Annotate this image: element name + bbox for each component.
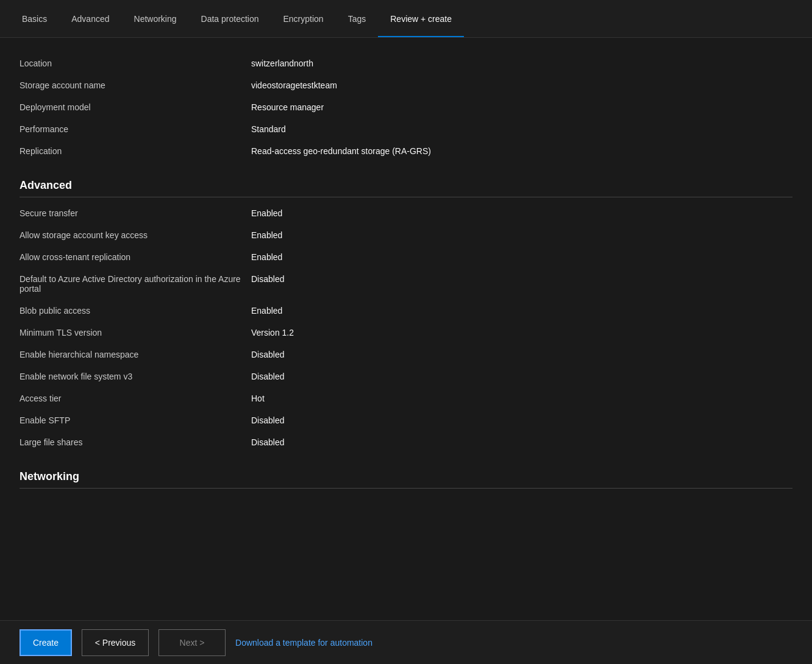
tab-data-protection[interactable]: Data protection bbox=[189, 0, 271, 37]
tab-encryption[interactable]: Encryption bbox=[271, 0, 336, 37]
create-button[interactable]: Create bbox=[20, 629, 72, 656]
basics-row-label: Replication bbox=[20, 146, 251, 156]
next-button[interactable]: Next > bbox=[158, 629, 226, 656]
advanced-row: Minimum TLS versionVersion 1.2 bbox=[20, 322, 792, 344]
advanced-row-value: Disabled bbox=[251, 274, 284, 284]
advanced-row-label: Enable network file system v3 bbox=[20, 372, 251, 381]
advanced-row-label: Secure transfer bbox=[20, 208, 251, 218]
advanced-row-value: Enabled bbox=[251, 306, 282, 316]
advanced-row-value: Hot bbox=[251, 394, 265, 403]
advanced-row: Access tierHot bbox=[20, 387, 792, 409]
advanced-row: Large file sharesDisabled bbox=[20, 431, 792, 453]
footer-bar: Create < Previous Next > Download a temp… bbox=[0, 620, 812, 664]
advanced-row: Enable network file system v3Disabled bbox=[20, 366, 792, 387]
advanced-row-label: Minimum TLS version bbox=[20, 328, 251, 337]
advanced-row: Allow storage account key accessEnabled bbox=[20, 224, 792, 246]
basics-row: ReplicationRead-access geo-redundant sto… bbox=[20, 140, 792, 162]
advanced-row-value: Disabled bbox=[251, 415, 284, 425]
advanced-row-value: Version 1.2 bbox=[251, 328, 294, 337]
basics-row-label: Storage account name bbox=[20, 80, 251, 90]
advanced-row: Secure transferEnabled bbox=[20, 202, 792, 224]
advanced-row-value: Enabled bbox=[251, 208, 282, 218]
tab-tags[interactable]: Tags bbox=[336, 0, 379, 37]
advanced-row: Enable hierarchical namespaceDisabled bbox=[20, 344, 792, 366]
basics-section: LocationswitzerlandnorthStorage account … bbox=[20, 52, 792, 162]
advanced-section: Advanced Secure transferEnabledAllow sto… bbox=[20, 179, 792, 453]
advanced-row: Blob public accessEnabled bbox=[20, 300, 792, 322]
advanced-row: Default to Azure Active Directory author… bbox=[20, 268, 792, 300]
previous-button[interactable]: < Previous bbox=[82, 629, 149, 656]
basics-row-value: videostoragetestkteam bbox=[251, 80, 337, 90]
basics-row: PerformanceStandard bbox=[20, 118, 792, 140]
basics-row-value: switzerlandnorth bbox=[251, 58, 313, 68]
advanced-row-label: Enable hierarchical namespace bbox=[20, 350, 251, 359]
advanced-row-value: Disabled bbox=[251, 437, 284, 447]
basics-row: Locationswitzerlandnorth bbox=[20, 52, 792, 74]
advanced-row-value: Enabled bbox=[251, 252, 282, 262]
advanced-row-label: Allow cross-tenant replication bbox=[20, 252, 251, 262]
basics-row-value: Standard bbox=[251, 124, 286, 134]
basics-row-label: Location bbox=[20, 58, 251, 68]
tab-bar: BasicsAdvancedNetworkingData protectionE… bbox=[0, 0, 812, 38]
advanced-row: Enable SFTPDisabled bbox=[20, 409, 792, 431]
advanced-row-label: Default to Azure Active Directory author… bbox=[20, 274, 251, 294]
advanced-row-value: Disabled bbox=[251, 372, 284, 381]
advanced-row-label: Blob public access bbox=[20, 306, 251, 316]
main-content: LocationswitzerlandnorthStorage account … bbox=[0, 38, 812, 554]
networking-section: Networking bbox=[20, 470, 792, 489]
basics-row: Deployment modelResource manager bbox=[20, 96, 792, 118]
advanced-row-value: Enabled bbox=[251, 230, 282, 240]
networking-section-title: Networking bbox=[20, 470, 792, 483]
advanced-row-label: Allow storage account key access bbox=[20, 230, 251, 240]
tab-review-create[interactable]: Review + create bbox=[378, 0, 464, 37]
advanced-row-value: Disabled bbox=[251, 350, 284, 359]
basics-row-label: Deployment model bbox=[20, 102, 251, 112]
advanced-row: Allow cross-tenant replicationEnabled bbox=[20, 246, 792, 268]
advanced-table: Secure transferEnabledAllow storage acco… bbox=[20, 202, 792, 453]
advanced-section-title: Advanced bbox=[20, 179, 792, 192]
basics-row-label: Performance bbox=[20, 124, 251, 134]
download-template-link[interactable]: Download a template for automation bbox=[235, 638, 372, 648]
basics-row-value: Read-access geo-redundant storage (RA-GR… bbox=[251, 146, 431, 156]
advanced-row-label: Large file shares bbox=[20, 437, 251, 447]
tab-advanced[interactable]: Advanced bbox=[59, 0, 121, 37]
basics-row-value: Resource manager bbox=[251, 102, 324, 112]
tab-networking[interactable]: Networking bbox=[122, 0, 189, 37]
advanced-row-label: Enable SFTP bbox=[20, 415, 251, 425]
advanced-row-label: Access tier bbox=[20, 394, 251, 403]
basics-row: Storage account namevideostoragetestktea… bbox=[20, 74, 792, 96]
tab-basics[interactable]: Basics bbox=[10, 0, 59, 37]
